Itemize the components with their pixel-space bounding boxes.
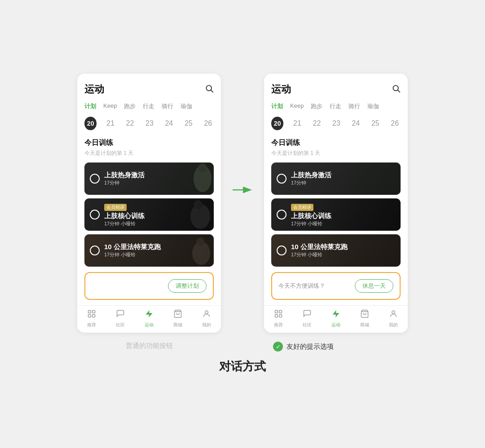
left-nav-recommend-label: 推荐 [87,322,96,328]
svg-line-18 [398,90,400,92]
right-tab-plan[interactable]: 计划 [271,102,283,110]
left-date-21[interactable]: 21 [105,119,116,127]
left-workout-card-2[interactable]: 会员精讲 上肢核心训练 17分钟 小哑铃 [84,198,214,231]
right-nav-tabs: 计划 Keep 跑步 行走 骑行 瑜伽 [271,102,401,110]
svg-rect-8 [88,311,91,313]
right-workout-1-checkbox[interactable] [277,174,287,184]
right-tab-walk[interactable]: 行走 [330,102,341,110]
left-workout-3-checkbox[interactable] [90,246,100,255]
left-nav-exercise[interactable]: 运动 [138,309,160,328]
left-date-22[interactable]: 22 [124,119,136,127]
left-nav-tabs: 计划 Keep 跑步 行走 骑行 瑜伽 [84,102,214,110]
left-nav-community[interactable]: 社区 [110,309,131,328]
left-nav-community-icon [116,309,125,321]
left-workout-2-info: 会员精讲 上肢核心训练 17分钟 小哑铃 [104,202,208,227]
left-label: 普通的功能按钮 [77,342,221,351]
right-nav-mine-label: 我的 [389,322,398,328]
right-nav-mine-icon [389,309,398,321]
left-date-26[interactable]: 26 [203,119,214,127]
right-rest-day-button[interactable]: 休息一天 [355,279,393,293]
svg-point-14 [205,311,208,314]
left-tab-walk[interactable]: 行走 [143,102,154,110]
right-nav-community-label: 社区 [303,322,312,328]
right-date-25[interactable]: 25 [370,119,381,127]
left-nav-exercise-label: 运动 [145,322,154,328]
left-date-25[interactable]: 25 [183,119,194,127]
left-adjust-plan-button[interactable]: 调整计划 [168,279,207,293]
right-app-title: 运动 [271,83,291,96]
right-workout-2-info: 会员精讲 上肢核心训练 17分钟 小哑铃 [291,202,395,227]
right-tab-run[interactable]: 跑步 [311,102,322,110]
right-date-23[interactable]: 23 [331,119,342,127]
right-workout-3-checkbox[interactable] [277,246,287,255]
arrow-indicator [232,184,253,195]
left-workout-2-checkbox[interactable] [90,210,100,220]
right-section-sub: 今天是计划的第 1 天 [271,149,401,157]
left-section-title: 今日训练 [84,138,214,148]
left-date-row: 20 21 22 23 24 25 26 [84,117,214,130]
right-nav-exercise-label: 运动 [331,322,340,328]
page-title: 对话方式 [219,359,266,374]
left-date-20[interactable]: 20 [84,117,97,130]
right-tab-keep[interactable]: Keep [290,102,304,110]
right-nav-mine[interactable]: 我的 [383,309,404,328]
right-nav-exercise[interactable]: 运动 [325,309,347,328]
right-nav-exercise-icon [331,309,340,321]
right-bottom-action: 今天不方便训练？ 休息一天 [271,272,401,300]
left-nav-shop-icon [173,309,182,321]
right-workout-card-1[interactable]: 上肢热身激活 17分钟 [271,163,401,195]
right-bottom-nav: 推荐 社区 运动 商城 [264,305,408,333]
left-nav-mine-icon [202,309,211,321]
left-workout-card-1[interactable]: 上肢热身激活 17分钟 [84,163,214,195]
right-tab-cycling[interactable]: 骑行 [348,102,360,110]
left-date-23[interactable]: 23 [144,119,155,127]
svg-point-25 [392,311,395,314]
right-nav-community[interactable]: 社区 [296,309,318,328]
right-date-22[interactable]: 22 [311,119,322,127]
right-date-20[interactable]: 20 [271,117,283,130]
right-prompt-text: 今天不方便训练？ [278,282,325,290]
left-nav-community-label: 社区 [116,322,125,328]
right-date-row: 20 21 22 23 24 25 26 [271,117,401,130]
right-search-icon[interactable] [392,84,401,95]
left-tab-plan[interactable]: 计划 [84,102,96,110]
left-tab-keep[interactable]: Keep [103,102,117,110]
right-nav-shop-icon [360,309,369,321]
right-nav-shop[interactable]: 商城 [354,309,375,328]
right-workout-1-info: 上肢热身激活 17分钟 [291,171,395,186]
svg-rect-22 [279,315,282,317]
comparison-container: 运动 计划 Keep 跑步 行走 骑行 瑜伽 20 21 22 [77,74,408,333]
left-tab-cycling[interactable]: 骑行 [162,102,173,110]
svg-marker-12 [146,310,153,318]
right-workout-2-checkbox[interactable] [277,210,287,220]
right-date-21[interactable]: 21 [291,119,303,127]
left-tab-run[interactable]: 跑步 [124,102,136,110]
right-date-26[interactable]: 26 [389,119,401,127]
right-nav-shop-label: 商城 [360,322,369,328]
left-search-icon[interactable] [205,84,214,95]
right-workout-card-3[interactable]: 10 公里法特莱克跑 17分钟 小哑铃 [271,234,401,267]
left-nav-recommend[interactable]: 推荐 [81,309,102,328]
right-nav-recommend-label: 推荐 [274,322,283,328]
left-nav-mine-label: 我的 [202,322,211,328]
svg-rect-10 [88,315,91,317]
right-app-header: 运动 [271,83,401,96]
right-workout-card-2[interactable]: 会员精讲 上肢核心训练 17分钟 小哑铃 [271,198,401,231]
right-nav-community-icon [303,309,312,321]
left-app-title: 运动 [84,83,104,96]
right-date-24[interactable]: 24 [350,119,362,127]
svg-marker-23 [333,310,340,318]
left-bottom-nav: 推荐 社区 运动 商城 [77,305,221,333]
left-date-24[interactable]: 24 [163,119,175,127]
left-workout-card-3[interactable]: 10 公里法特莱克跑 17分钟 小哑铃 [84,234,214,267]
left-tab-yoga[interactable]: 瑜伽 [181,102,192,110]
left-workout-3-info: 10 公里法特莱克跑 17分钟 小哑铃 [104,243,208,258]
left-nav-mine[interactable]: 我的 [196,309,217,328]
right-tab-yoga[interactable]: 瑜伽 [367,102,379,110]
left-nav-shop[interactable]: 商城 [167,309,189,328]
left-workout-1-checkbox[interactable] [90,174,100,184]
svg-line-1 [211,90,213,92]
right-nav-recommend[interactable]: 推荐 [268,309,289,328]
labels-row: 普通的功能按钮 ✓ 友好的提示选项 [9,342,476,351]
right-phone: 运动 计划 Keep 跑步 行走 骑行 瑜伽 20 21 22 [264,74,408,333]
